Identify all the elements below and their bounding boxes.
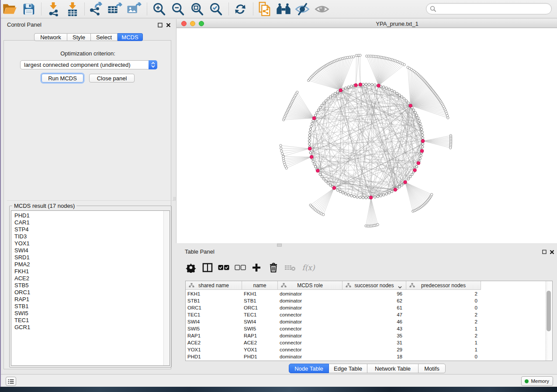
result-item[interactable]: FKH1 [14,268,30,275]
leaf-node[interactable] [281,152,284,155]
network-node[interactable] [412,109,415,111]
network-node[interactable] [393,91,395,93]
network-node[interactable] [308,137,311,139]
network-node[interactable] [411,173,413,175]
table-row[interactable]: ACE2ACE2connector311 [186,339,544,346]
result-item[interactable]: PMA2 [14,261,30,268]
network-node[interactable] [398,186,401,188]
tab-motifs[interactable]: Motifs [419,364,446,373]
network-node[interactable] [315,114,317,116]
tab-mcds[interactable]: MCDS [118,33,143,41]
network-node[interactable] [308,143,311,145]
result-item[interactable]: STB1 [14,303,30,310]
optimization-criterion-select[interactable]: largest connected component (undirected) [20,60,157,69]
show-panel-list-button[interactable] [6,377,16,386]
new-network-from-selection-icon[interactable] [258,2,272,16]
network-node[interactable] [359,196,361,199]
table-row[interactable]: FKH1FKH1dominator962 [186,290,544,297]
leaf-node[interactable] [377,224,379,226]
column-gear-icon[interactable] [184,261,197,274]
network-node[interactable] [309,131,311,133]
split-columns-icon[interactable] [201,261,214,274]
result-item[interactable]: STB5 [14,282,30,289]
network-node[interactable] [419,158,421,160]
export-image-icon[interactable] [127,2,141,16]
leaf-node[interactable] [280,150,283,152]
mcds-hub-node[interactable] [308,147,311,151]
mcds-hub-node[interactable] [413,168,417,172]
network-node[interactable] [313,163,315,165]
leaf-node[interactable] [285,167,287,169]
table-row[interactable]: TEC1TEC1connector472 [186,311,544,318]
network-node[interactable] [350,195,353,197]
network-node[interactable] [311,122,313,124]
deselect-all-checkboxes-icon[interactable] [234,261,247,274]
network-node[interactable] [345,87,347,89]
network-node[interactable] [350,85,353,87]
result-item[interactable]: YOX1 [14,240,30,247]
leaf-node[interactable] [447,117,449,119]
export-network-icon[interactable] [89,2,103,16]
close-panel-icon[interactable] [165,22,171,28]
table-row[interactable]: RAP1RAP1dominator352 [186,332,544,339]
network-node[interactable] [407,102,409,104]
table-row[interactable]: SWI4SWI4dominator462 [186,318,544,325]
network-node[interactable] [422,143,424,145]
network-node[interactable] [329,184,332,186]
result-item[interactable]: SRD1 [14,254,30,261]
mcds-hub-node[interactable] [404,180,407,184]
network-node[interactable] [356,196,358,198]
mcds-hub-node[interactable] [421,139,425,143]
network-node[interactable] [417,117,419,119]
leaf-node[interactable] [322,213,325,216]
column-header-shared-name[interactable]: shared name [186,281,242,290]
network-node[interactable] [316,111,318,113]
result-item[interactable]: PHD1 [14,212,30,219]
network-node[interactable] [421,131,423,133]
network-node[interactable] [332,94,334,96]
network-node[interactable] [418,120,420,122]
column-header-successor-nodes[interactable]: successor nodes [343,281,406,290]
network-node[interactable] [339,190,341,193]
network-node[interactable] [334,92,336,94]
network-node[interactable] [385,193,387,195]
float-panel-icon[interactable] [157,22,163,28]
network-node[interactable] [347,194,349,196]
network-node[interactable] [407,178,409,180]
network-node[interactable] [319,107,321,109]
memory-button[interactable]: Memory [521,376,553,386]
mcds-hub-node[interactable] [377,84,381,87]
leaf-node[interactable] [431,193,433,196]
network-node[interactable] [421,128,423,130]
network-node[interactable] [323,178,325,180]
result-item[interactable]: STP4 [14,226,30,233]
result-item[interactable]: TID3 [14,233,30,240]
network-node[interactable] [422,137,424,139]
network-node[interactable] [415,165,418,168]
tab-network[interactable]: Network [34,33,67,41]
network-node[interactable] [308,140,310,142]
mcds-hub-node[interactable] [332,186,336,190]
network-node[interactable] [388,88,390,90]
hide-selected-icon[interactable] [295,2,309,16]
network-node[interactable] [401,184,403,186]
network-node[interactable] [362,83,364,86]
result-item[interactable]: SWI4 [14,247,30,254]
first-neighbors-icon[interactable] [277,2,291,16]
network-node[interactable] [368,83,370,86]
leaf-node[interactable] [359,54,361,56]
network-window-titlebar[interactable]: YPA_prune.txt_1 [176,19,557,28]
network-node[interactable] [362,196,364,199]
result-item[interactable]: ORC1 [14,289,30,296]
network-node[interactable] [388,192,390,194]
mcds-hub-node[interactable] [310,155,313,159]
network-node[interactable] [401,96,403,98]
select-all-checkboxes-icon[interactable] [217,261,230,274]
network-node[interactable] [347,86,349,88]
network-node[interactable] [414,111,416,113]
network-node[interactable] [374,196,376,198]
table-row[interactable]: PHD1PHD1dominator180 [186,353,544,360]
network-node[interactable] [315,165,317,168]
table-row[interactable]: STB1STB1dominator620 [186,297,544,304]
network-node[interactable] [317,109,319,111]
